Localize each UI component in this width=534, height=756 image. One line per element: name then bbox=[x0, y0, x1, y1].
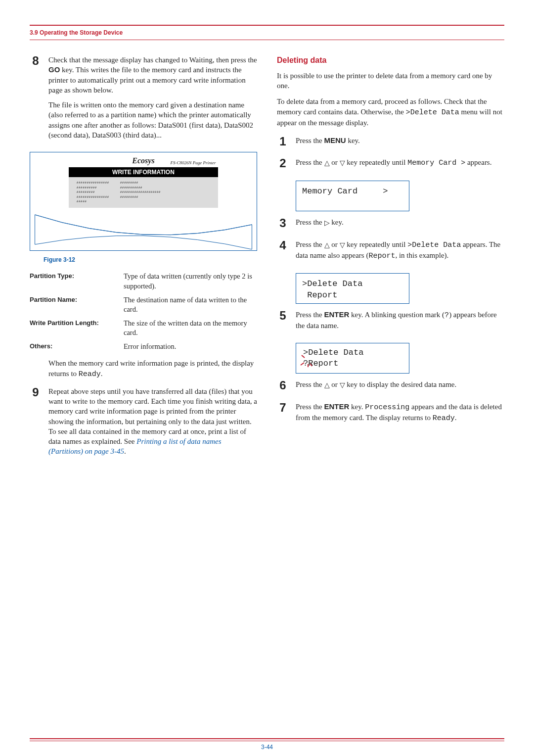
enter-key: ENTER bbox=[324, 402, 350, 411]
svg-line-1 bbox=[301, 363, 304, 365]
step-body: Repeat above steps until you have transf… bbox=[48, 386, 257, 462]
step-body: Press the ENTER key. Processing appears … bbox=[296, 402, 504, 429]
step-body: Press the △ or ▽ key repeatedly until >D… bbox=[296, 239, 504, 267]
go-key: GO bbox=[48, 65, 60, 74]
after-defs-para: When the memory card write information p… bbox=[48, 358, 257, 379]
triangle-up-icon: △ bbox=[324, 240, 330, 250]
figure-band: WRITE INFORMATION bbox=[69, 167, 218, 177]
svg-line-3 bbox=[310, 364, 312, 366]
table-row: Others: Error information. bbox=[30, 342, 257, 352]
step-number: 7 bbox=[277, 402, 289, 429]
step-number: 1 bbox=[277, 136, 289, 150]
enter-key: ENTER bbox=[324, 310, 350, 319]
menu-key: MENU bbox=[324, 136, 346, 144]
triangle-right-icon: ▷ bbox=[324, 218, 330, 228]
figure-3-12: Ecosys FS-C8026N Page Printer WRITE INFO… bbox=[30, 152, 257, 251]
figure-top: Ecosys FS-C8026N Page Printer WRITE INFO… bbox=[30, 152, 257, 204]
blink-indicator-icon bbox=[299, 351, 313, 368]
footer-rule bbox=[30, 738, 504, 741]
step-number: 8 bbox=[30, 55, 42, 145]
definition-table: Partition Type: Type of data written (cu… bbox=[30, 272, 257, 351]
svg-line-0 bbox=[302, 355, 305, 358]
triangle-down-icon: ▽ bbox=[340, 158, 345, 168]
step9-para: Repeat above steps until you have transf… bbox=[48, 386, 257, 457]
intro-para-2: To delete data from a memory card, proce… bbox=[277, 96, 504, 128]
step-9: 9 Repeat above steps until you have tran… bbox=[30, 386, 257, 462]
def-label: Partition Name: bbox=[30, 295, 119, 315]
figure-page-curve bbox=[30, 205, 257, 250]
step-body: Press the △ or ▽ key repeatedly until Me… bbox=[296, 157, 504, 173]
section-title: 3.9 Operating the Storage Device bbox=[30, 29, 123, 36]
step-4: 4 Press the △ or ▽ key repeatedly until … bbox=[277, 239, 504, 267]
step-7: 7 Press the ENTER key. Processing appear… bbox=[277, 402, 504, 429]
figure-subtitle: FS-C8026N Page Printer bbox=[171, 160, 216, 166]
content-columns: 8 Check that the message display has cha… bbox=[30, 55, 504, 468]
step-body: Check that the message display has chang… bbox=[48, 55, 257, 145]
step-number: 4 bbox=[277, 239, 289, 267]
def-value: Error information. bbox=[124, 342, 257, 352]
triangle-down-icon: ▽ bbox=[340, 380, 345, 390]
page-number: 3-44 bbox=[0, 743, 534, 751]
step-3: 3 Press the ▷ key. bbox=[277, 217, 504, 233]
figure-hash-pattern: ########################################… bbox=[77, 180, 210, 204]
step-body: Press the MENU key. bbox=[296, 136, 504, 150]
lcd-display-blinking: >Delete Data ?Report bbox=[296, 343, 409, 374]
figure-data-band: ########################################… bbox=[69, 177, 218, 208]
figure-caption: Figure 3-12 bbox=[44, 256, 257, 264]
table-row: Partition Name: The destination name of … bbox=[30, 295, 257, 315]
def-label: Write Partition Length: bbox=[30, 319, 119, 338]
step-number: 6 bbox=[277, 379, 289, 395]
lcd-display: Memory Card > bbox=[296, 181, 409, 211]
lcd-display: >Delete Data Report bbox=[296, 273, 409, 304]
def-value: The size of the written data on the memo… bbox=[124, 319, 257, 338]
step-number: 2 bbox=[277, 157, 289, 173]
step-8: 8 Check that the message display has cha… bbox=[30, 55, 257, 145]
triangle-up-icon: △ bbox=[324, 158, 330, 168]
step-5: 5 Press the ENTER key. A blinking questi… bbox=[277, 310, 504, 336]
triangle-down-icon: ▽ bbox=[340, 240, 345, 250]
section-header: 3.9 Operating the Storage Device bbox=[30, 25, 504, 40]
step-number: 3 bbox=[277, 217, 289, 233]
step-number: 9 bbox=[30, 386, 42, 462]
step-number: 5 bbox=[277, 310, 289, 336]
step-body: Press the ENTER key. A blinking question… bbox=[296, 310, 504, 336]
step-body: Press the ▷ key. bbox=[296, 217, 504, 233]
def-value: The destination name of data written to … bbox=[124, 295, 257, 315]
table-row: Partition Type: Type of data written (cu… bbox=[30, 272, 257, 291]
right-column: Deleting data It is possible to use the … bbox=[277, 55, 504, 468]
def-value: Type of data written (currently only typ… bbox=[124, 272, 257, 291]
heading-deleting-data: Deleting data bbox=[277, 55, 504, 66]
step8-para2: The file is written onto the memory card… bbox=[48, 100, 257, 140]
step-2: 2 Press the △ or ▽ key repeatedly until … bbox=[277, 157, 504, 173]
ecosys-logo: Ecosys bbox=[30, 155, 257, 166]
table-row: Write Partition Length: The size of the … bbox=[30, 319, 257, 338]
def-label: Partition Type: bbox=[30, 272, 119, 291]
step8-para1: Check that the message display has chang… bbox=[48, 55, 257, 95]
step-1: 1 Press the MENU key. bbox=[277, 136, 504, 150]
intro-para: It is possible to use the printer to del… bbox=[277, 71, 504, 91]
def-label: Others: bbox=[30, 342, 119, 352]
left-column: 8 Check that the message display has cha… bbox=[30, 55, 257, 468]
